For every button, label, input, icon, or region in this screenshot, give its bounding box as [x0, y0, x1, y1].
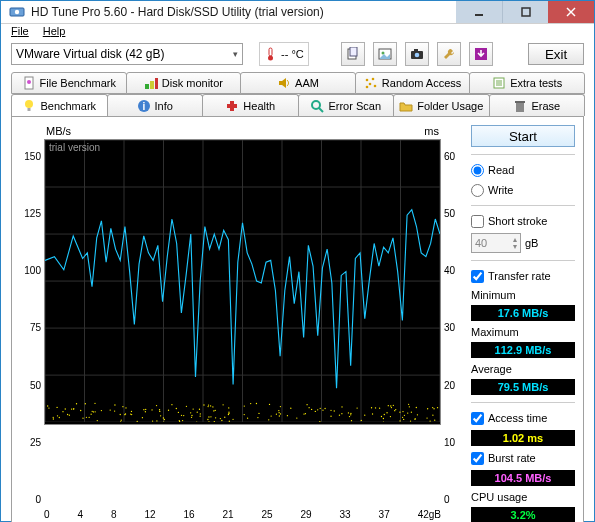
svg-point-213 [210, 416, 211, 417]
svg-point-127 [432, 414, 433, 415]
svg-point-104 [196, 421, 197, 422]
svg-point-140 [110, 409, 111, 410]
tab-folder-usage[interactable]: Folder Usage [393, 94, 490, 116]
svg-point-178 [176, 408, 177, 409]
svg-point-157 [210, 405, 211, 406]
tab-extra-tests[interactable]: Extra tests [469, 72, 585, 94]
svg-point-205 [179, 420, 180, 421]
tab-erase[interactable]: Erase [489, 94, 586, 116]
menu-file[interactable]: File [5, 24, 35, 38]
svg-point-66 [280, 413, 281, 414]
tab-disk-monitor[interactable]: Disk monitor [126, 72, 242, 94]
svg-point-94 [404, 415, 405, 416]
minimize-button[interactable] [456, 1, 502, 23]
options-button[interactable] [437, 42, 461, 66]
minimize-tray-button[interactable] [469, 42, 493, 66]
svg-point-234 [67, 414, 68, 415]
svg-point-130 [122, 406, 123, 407]
svg-point-166 [433, 408, 434, 409]
svg-point-81 [76, 403, 77, 404]
svg-point-137 [375, 407, 376, 408]
maximize-button[interactable] [502, 1, 548, 23]
transfer-rate-check[interactable]: Transfer rate [471, 268, 575, 284]
svg-point-126 [339, 415, 340, 416]
temperature-display: -- °C [259, 42, 309, 66]
svg-point-138 [350, 413, 351, 414]
chart-svg [45, 140, 440, 422]
svg-point-211 [257, 417, 258, 418]
svg-rect-6 [269, 48, 272, 56]
copy-screenshot-button[interactable] [373, 42, 397, 66]
svg-point-110 [48, 407, 49, 408]
svg-point-233 [145, 411, 146, 412]
tab-error-scan[interactable]: Error Scan [298, 94, 395, 116]
svg-point-91 [268, 419, 269, 420]
svg-point-131 [429, 420, 430, 421]
svg-point-113 [199, 409, 200, 410]
access-time-check[interactable]: Access time [471, 410, 575, 426]
tab-benchmark[interactable]: Benchmark [11, 94, 108, 116]
short-stroke-input: 40▴▾ gB [471, 233, 575, 253]
tab-info[interactable]: iInfo [107, 94, 204, 116]
svg-point-207 [203, 404, 204, 405]
svg-point-197 [384, 414, 385, 415]
menu-help[interactable]: Help [37, 24, 72, 38]
svg-point-95 [191, 415, 192, 416]
svg-point-190 [317, 409, 318, 410]
svg-point-128 [182, 420, 183, 421]
svg-point-62 [287, 415, 288, 416]
tab-random-access[interactable]: Random Access [355, 72, 471, 94]
burst-rate-check[interactable]: Burst rate [471, 450, 575, 466]
read-radio[interactable]: Read [471, 162, 575, 178]
x-axis: 0481216212529333742gB [44, 509, 441, 522]
tab-file-benchmark[interactable]: File Benchmark [11, 72, 127, 94]
health-icon [225, 99, 239, 113]
short-stroke-spinner[interactable]: 40▴▾ [471, 233, 521, 253]
svg-point-63 [82, 418, 83, 419]
svg-text:i: i [142, 101, 145, 112]
copy-info-button[interactable] [341, 42, 365, 66]
clipboard-icon [346, 47, 360, 61]
tab-aam[interactable]: AAM [240, 72, 356, 94]
svg-point-149 [208, 404, 209, 405]
svg-point-74 [160, 415, 161, 416]
chart-plot: trial version [44, 139, 441, 425]
svg-point-23 [369, 83, 372, 86]
svg-point-139 [88, 417, 89, 418]
svg-point-220 [183, 415, 184, 416]
short-stroke-check[interactable]: Short stroke [471, 213, 575, 229]
svg-point-59 [383, 418, 384, 419]
tab-content: MB/s ms 1501251007550250 6050403020100 t… [11, 116, 584, 522]
svg-point-225 [395, 409, 396, 410]
svg-point-83 [71, 408, 72, 409]
tabs-area: File Benchmark Disk monitor AAM Random A… [1, 70, 594, 522]
svg-point-204 [93, 411, 94, 412]
svg-point-186 [258, 413, 259, 414]
svg-point-203 [315, 411, 316, 412]
tab-health[interactable]: Health [202, 94, 299, 116]
svg-point-7 [268, 56, 273, 61]
svg-point-176 [228, 414, 229, 415]
svg-point-85 [247, 418, 248, 419]
cpu-usage-value: 3.2% [471, 507, 575, 522]
exit-button[interactable]: Exit [528, 43, 584, 65]
drive-select[interactable]: VMware Virtual disk (42 gB) ▾ [11, 43, 243, 65]
svg-point-78 [426, 417, 427, 418]
start-button[interactable]: Start [471, 125, 575, 147]
svg-point-185 [190, 412, 191, 413]
svg-point-73 [402, 417, 403, 418]
minimum-label: Minimum [471, 289, 575, 301]
y-axis-right: 6050403020100 [441, 151, 463, 505]
svg-point-202 [244, 414, 245, 415]
svg-point-135 [224, 417, 225, 418]
svg-point-147 [386, 412, 387, 413]
svg-point-69 [305, 413, 306, 414]
save-screenshot-button[interactable] [405, 42, 429, 66]
svg-rect-20 [155, 78, 158, 89]
write-radio[interactable]: Write [471, 182, 575, 198]
close-button[interactable] [548, 1, 594, 23]
svg-point-120 [53, 417, 54, 418]
svg-point-192 [73, 408, 74, 409]
maximum-label: Maximum [471, 326, 575, 338]
svg-point-21 [366, 79, 369, 82]
